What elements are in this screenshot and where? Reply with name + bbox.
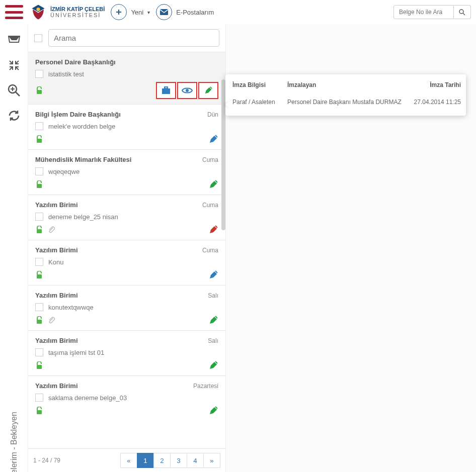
doc-checkbox[interactable] [35,122,43,130]
university-sub: ÜNİVERSİTESİ [50,12,105,18]
doc-number-input[interactable] [393,5,454,19]
sidebar: Belgelerim - Bekleyen [0,24,28,472]
search-icon [459,9,465,16]
list-item[interactable]: Yazılım Birimi Salı taşıma işlemi tst 01 [28,330,225,375]
pager-button[interactable]: 3 [170,453,187,468]
list-search-input[interactable] [48,29,219,47]
university-logo-icon [29,3,47,21]
doc-checkbox[interactable] [35,167,43,175]
pager-range: 1 - 24 / 79 [33,457,60,464]
menu-toggle[interactable] [5,5,23,19]
svg-point-2 [459,10,463,14]
list-search-row [28,24,225,52]
doc-checkbox[interactable] [35,70,43,78]
new-button[interactable]: Yeni ▾ [111,4,150,20]
collapse-icon[interactable] [7,58,21,72]
unlock-icon [35,226,43,234]
doc-checkbox[interactable] [35,213,43,221]
signature-pen-icon [208,134,218,144]
doc-number-search-button[interactable] [454,5,471,19]
doc-checkbox[interactable] [35,303,43,311]
list-item[interactable]: Yazılım Birimi Pazartesi saklama deneme … [28,375,225,421]
unlock-icon [35,271,43,279]
inbox-icon[interactable] [7,33,21,47]
unlock-icon [35,86,43,95]
pager-button[interactable]: » [203,453,220,468]
logo: İZMİR KATİP ÇELEBİ ÜNİVERSİTESİ [29,3,105,21]
signature-pen-icon [208,315,218,325]
doc-date: Salı [208,337,218,344]
doc-subject: deneme belge_25 nisan [48,213,218,221]
doc-subject: Konu [48,258,218,266]
svg-rect-15 [37,274,42,278]
caret-down-icon: ▾ [147,10,150,15]
list-item[interactable]: Mühendislik Mimarlık Fakültesi Cuma wqeq… [28,149,225,195]
zoom-in-icon[interactable] [7,83,21,98]
app-header: İZMİR KATİP ÇELEBİ ÜNİVERSİTESİ Yeni ▾ E… [0,0,476,24]
briefcase-action[interactable] [156,82,176,99]
pager-button[interactable]: 2 [153,453,171,468]
emails-button[interactable]: E-Postalarım [156,4,214,20]
attachment-icon [47,226,55,234]
svg-rect-13 [37,184,42,188]
unlock-icon [35,316,43,324]
svg-rect-1 [160,9,168,15]
pager-button[interactable]: 1 [137,453,154,468]
list-item[interactable]: Bilgi İşlem Daire Başkanlığı Dün melek'e… [28,104,225,149]
sign-action[interactable] [198,82,218,99]
signature-table: İmza Bilgisi İmzalayan İmza Tarihi Paraf… [225,74,466,116]
signature-pen-icon [208,270,218,280]
doc-subject: melek'e wordden belge [48,123,218,130]
signature-info-value: Paraf / Asaleten [225,93,280,116]
doc-date: Cuma [202,156,218,163]
pager-row: 1 - 24 / 79 «1234» [28,448,225,472]
svg-point-0 [36,8,40,11]
signature-pen-icon [208,406,218,416]
col-signature-info: İmza Bilgisi [225,74,280,93]
doc-sender: Yazılım Birimi [35,382,78,390]
pager-button[interactable]: 4 [187,453,204,468]
list-item[interactable]: Yazılım Birimi Cuma deneme belge_25 nisa… [28,195,225,240]
plus-icon [111,4,127,20]
signature-pen-icon [208,179,218,190]
signature-pen-icon [208,360,218,370]
doc-date: Cuma [202,202,218,209]
svg-rect-10 [165,87,168,88]
doc-date: Cuma [202,247,218,254]
table-row: Paraf / Asaleten Personel Daire Başkanı … [225,93,466,116]
doc-number-search [393,5,471,19]
svg-rect-16 [37,320,42,324]
select-all-checkbox[interactable] [34,34,42,42]
pager: «1234» [121,453,220,468]
preview-action[interactable] [177,82,197,99]
sidebar-vertical-label: Belgelerim - Bekleyen [10,412,19,472]
svg-rect-18 [37,410,42,414]
svg-line-5 [16,92,20,96]
signer-value: Personel Daire Başkanı Mustafa DURMAZ [280,93,407,116]
doc-checkbox[interactable] [35,394,43,402]
doc-sender: Mühendislik Mimarlık Fakültesi [35,156,131,163]
unlock-icon [35,135,43,143]
doc-sender: Bilgi İşlem Daire Başkanlığı [35,111,121,118]
document-list[interactable]: Personel Daire Başkanlığı istatistik tes… [28,52,225,448]
list-item[interactable]: Yazılım Birimi Cuma Konu [28,240,225,285]
doc-subject: wqeqeqwe [48,168,218,175]
doc-date: Dün [207,111,218,118]
svg-rect-14 [37,229,42,233]
new-label: Yeni [131,9,143,16]
envelope-icon [156,4,172,20]
list-item[interactable]: Yazılım Birimi Salı konutextqwwqe [28,285,225,330]
svg-point-11 [186,89,189,92]
doc-checkbox[interactable] [35,258,43,266]
doc-checkbox[interactable] [35,348,43,356]
doc-subject: konutextqwwqe [48,304,218,311]
signature-pen-icon [208,225,218,235]
list-item[interactable]: Personel Daire Başkanlığı istatistik tes… [28,52,225,104]
emails-label: E-Postalarım [176,9,214,16]
refresh-icon[interactable] [7,109,21,123]
svg-line-3 [463,13,465,15]
university-name: İZMİR KATİP ÇELEBİ [50,6,105,12]
document-list-column: Personel Daire Başkanlığı istatistik tes… [28,24,225,472]
pager-button[interactable]: « [120,453,137,468]
doc-date: Salı [208,292,218,299]
